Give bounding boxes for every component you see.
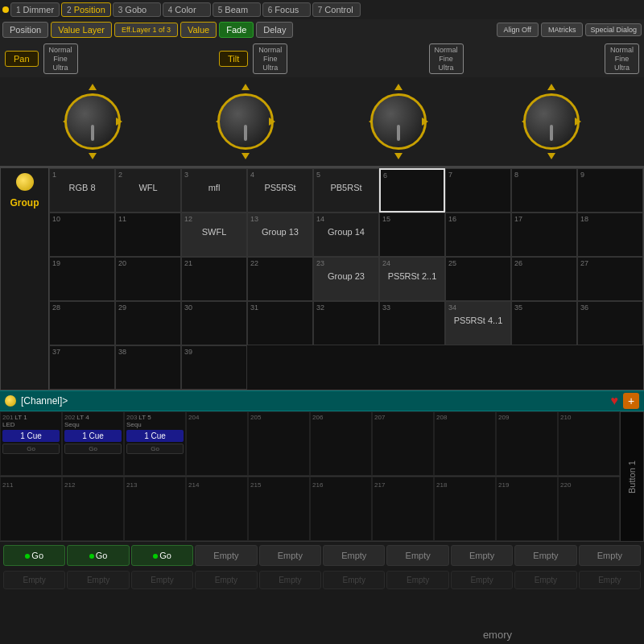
knob-tilt-dial[interactable] [217, 93, 274, 150]
special-dialog-button[interactable]: Special Dialog [585, 23, 642, 36]
empty-button-8[interactable]: Empty [514, 571, 576, 589]
go-button-7[interactable]: Empty [451, 545, 513, 566]
exec-go-203[interactable]: Go [126, 444, 184, 454]
go-button-4[interactable]: Empty [259, 545, 321, 566]
exec-cell-201[interactable]: 201LT 1LED1 CueGo [0, 411, 62, 476]
exec-cell-215[interactable]: 215 [248, 477, 310, 541]
group-cell-6[interactable]: 6 [379, 168, 445, 213]
tilt-label[interactable]: Tilt [219, 51, 248, 67]
eff-layer-button[interactable]: Eff.Layer 1 of 3 [114, 23, 178, 37]
exec-cell-212[interactable]: 212 [62, 477, 124, 541]
tab-focus[interactable]: 6 Focus [262, 2, 311, 17]
group-cell-31[interactable]: 31 [247, 301, 313, 345]
exec-cell-203[interactable]: 203LT 5Sequ1 CueGo [124, 411, 186, 476]
exec-cell-204[interactable]: 204 [186, 411, 248, 476]
group-cell-35[interactable]: 35 [511, 301, 577, 345]
exec-cell-216[interactable]: 216 [310, 477, 372, 541]
exec-cue-203[interactable]: 1 Cue [126, 430, 184, 442]
group-cell-9[interactable]: 9 [577, 168, 643, 213]
exec-cell-219[interactable]: 219 [496, 477, 558, 541]
pan-label[interactable]: Pan [5, 51, 39, 67]
group-cell-1[interactable]: 1RGB 8 [49, 168, 115, 213]
group-cell-18[interactable]: 18 [577, 213, 643, 257]
exec-cell-220[interactable]: 220 [558, 477, 620, 541]
exec-cell-218[interactable]: 218 [434, 477, 496, 541]
empty-button-3[interactable]: Empty [195, 571, 257, 589]
go-button-3[interactable]: Empty [195, 545, 257, 566]
exec-cell-202[interactable]: 202LT 4Sequ1 CueGo [62, 411, 124, 476]
group-cell-38[interactable]: 38 [115, 345, 181, 390]
go-button-5[interactable]: Empty [323, 545, 385, 566]
go-button-2[interactable]: Go [131, 545, 193, 566]
tab-color[interactable]: 4 Color [163, 2, 211, 17]
empty-button-2[interactable]: Empty [131, 571, 193, 589]
exec-cell-210[interactable]: 210 [558, 411, 620, 476]
position-button[interactable]: Position [2, 22, 48, 38]
exec-go-202[interactable]: Go [64, 444, 122, 454]
exec-cue-201[interactable]: 1 Cue [2, 430, 60, 442]
tab-beam[interactable]: 5 Beam [213, 2, 261, 17]
exec-cell-213[interactable]: 213 [124, 477, 186, 541]
group-cell-16[interactable]: 16 [445, 213, 511, 257]
empty-button-1[interactable]: Empty [67, 571, 129, 589]
value-layer-button[interactable]: Value Layer [51, 22, 112, 38]
group-cell-2[interactable]: 2WFL [115, 168, 181, 213]
group-cell-3[interactable]: 3mfl [181, 168, 247, 213]
group-cell-39[interactable]: 39 [181, 345, 247, 390]
group-cell-24[interactable]: 24PS5RSt 2..1 [379, 257, 445, 301]
exec-cue-202[interactable]: 1 Cue [64, 430, 122, 442]
group-cell-20[interactable]: 20 [115, 257, 181, 301]
empty-button-0[interactable]: Empty [3, 571, 65, 589]
tab-position[interactable]: 2 Position [61, 2, 111, 17]
exec-cell-208[interactable]: 208 [434, 411, 496, 476]
group-cell-4[interactable]: 4PS5RSt [247, 168, 313, 213]
group-cell-27[interactable]: 27 [577, 257, 643, 301]
group-cell-21[interactable]: 21 [181, 257, 247, 301]
tab-control[interactable]: 7 Control [312, 2, 361, 17]
go-button-8[interactable]: Empty [514, 545, 576, 566]
matricks-button[interactable]: MAtricks [541, 23, 584, 37]
group-cell-23[interactable]: 23Group 23 [313, 257, 379, 301]
group-cell-26[interactable]: 26 [511, 257, 577, 301]
knob-pan-dial[interactable] [64, 93, 121, 150]
exec-cell-211[interactable]: 211 [0, 477, 62, 541]
group-cell-22[interactable]: 22 [247, 257, 313, 301]
align-off-button[interactable]: Align Off [497, 23, 539, 37]
empty-button-6[interactable]: Empty [386, 571, 448, 589]
group-cell-29[interactable]: 29 [115, 301, 181, 345]
tab-gobo[interactable]: 3 Gobo [113, 2, 161, 17]
group-cell-25[interactable]: 25 [445, 257, 511, 301]
group-cell-10[interactable]: 10 [49, 213, 115, 257]
group-cell-33[interactable]: 33 [379, 301, 445, 345]
group-cell-5[interactable]: 5PB5RSt [313, 168, 379, 213]
group-cell-13[interactable]: 13Group 13 [247, 213, 313, 257]
exec-cell-209[interactable]: 209 [496, 411, 558, 476]
empty-button-9[interactable]: Empty [579, 571, 641, 589]
button1-column[interactable]: Button 1 [620, 411, 644, 542]
exec-cell-214[interactable]: 214 [186, 477, 248, 541]
group-cell-28[interactable]: 28 [49, 301, 115, 345]
group-cell-8[interactable]: 8 [511, 168, 577, 213]
group-cell-12[interactable]: 12SWFL [181, 213, 247, 257]
group-cell-37[interactable]: 37 [49, 345, 115, 390]
exec-cell-207[interactable]: 207 [372, 411, 434, 476]
channel-plus-button[interactable]: + [623, 393, 639, 409]
fade-button[interactable]: Fade [219, 22, 254, 38]
group-cell-7[interactable]: 7 [445, 168, 511, 213]
group-cell-36[interactable]: 36 [577, 301, 643, 345]
go-button-1[interactable]: Go [67, 545, 129, 566]
exec-go-201[interactable]: Go [2, 444, 60, 454]
go-button-0[interactable]: Go [3, 545, 65, 566]
group-cell-17[interactable]: 17 [511, 213, 577, 257]
group-cell-15[interactable]: 15 [379, 213, 445, 257]
group-cell-34[interactable]: 34PS5RSt 4..1 [445, 301, 511, 345]
knob-4-dial[interactable] [523, 93, 580, 150]
delay-button[interactable]: Delay [256, 22, 293, 38]
group-cell-19[interactable]: 19 [49, 257, 115, 301]
value-button[interactable]: Value [180, 22, 217, 38]
group-cell-30[interactable]: 30 [181, 301, 247, 345]
channel-heart-icon[interactable]: ♥ [611, 394, 619, 408]
exec-cell-206[interactable]: 206 [310, 411, 372, 476]
exec-cell-205[interactable]: 205 [248, 411, 310, 476]
knob-3-dial[interactable] [370, 93, 427, 150]
